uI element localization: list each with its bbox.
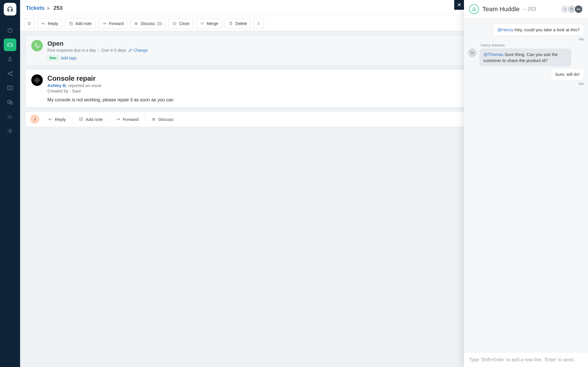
app-logo[interactable] [4,3,16,16]
current-user-avatar: J [30,115,39,124]
svg-point-15 [258,24,259,25]
ticket-body: My console is not working, please repair… [47,97,519,103]
huddle-message: @Henry Hey, could you take a look at thi… [468,24,584,41]
target-icon [31,74,43,86]
created-by: Created by : Saul [47,88,101,93]
breadcrumb-root[interactable]: Tickets [26,5,45,11]
svg-point-16 [35,78,39,82]
reply-bar: J Reply Add note Forward Discuss [25,111,525,127]
add-note-button[interactable]: Add note [65,18,95,29]
svg-rect-18 [80,118,82,121]
ticket-title: Console repair [47,74,101,82]
nav-dashboard[interactable] [4,24,16,37]
huddle-header: Team Huddle – 253 J H ••• [464,0,588,18]
huddle-input[interactable] [469,357,583,362]
nav-solutions[interactable] [4,82,16,94]
breadcrumb-id: 253 [53,5,63,11]
nav-contacts[interactable] [4,53,16,65]
svg-point-19 [152,118,154,119]
svg-point-10 [135,22,136,24]
tag-new: New [47,55,59,61]
svg-point-13 [258,22,259,23]
nav-settings[interactable] [4,125,16,137]
huddle-message: Henry Mathew H @Thomas Sure thing. Can y… [468,43,584,66]
star-button[interactable] [24,18,34,29]
svg-point-21 [473,7,475,9]
more-button[interactable] [254,18,264,29]
nav-chat[interactable] [4,96,16,109]
change-due-link[interactable]: Change [128,48,148,53]
svg-rect-9 [69,22,72,25]
huddle-messages: @Henry Hey, could you take a look at thi… [464,18,588,352]
ticket-status-card: Open First response due in a day | Due i… [25,35,525,65]
svg-point-5 [11,75,12,76]
close-huddle-button[interactable]: ✕ [454,0,464,10]
huddle-message: Sure, will do! Me [468,68,584,86]
resolution-due: Due in 5 days [102,48,126,53]
svg-point-22 [472,9,474,11]
svg-point-11 [136,22,137,24]
ticket-status-title: Open [47,40,148,47]
reply-button[interactable]: Reply [37,18,62,29]
reporter-link[interactable]: Ashley B. [47,83,67,88]
merge-button[interactable]: Merge [196,18,222,29]
svg-point-4 [11,72,12,73]
replybar-forward[interactable]: Forward [112,115,142,123]
first-response-due: First response due in a day [47,48,96,53]
nav-reports[interactable] [4,110,16,123]
nav-tickets[interactable] [4,38,16,51]
phone-icon [31,40,43,51]
svg-point-20 [154,118,155,119]
svg-point-8 [9,130,11,132]
ticket-thread: Open First response due in a day | Due i… [20,31,531,367]
close-button[interactable]: Close [169,18,193,29]
huddle-icon [469,4,479,14]
team-huddle-panel: Team Huddle – 253 J H ••• @Henry Hey, co… [464,0,588,367]
sender-avatar: H [468,49,477,57]
add-tags-link[interactable]: Add tags [61,56,77,60]
chevron-right-icon: ▶ [47,6,51,10]
svg-point-3 [8,73,9,74]
nav-rail [0,0,20,367]
forward-button[interactable]: Forward [98,18,127,29]
participant-more[interactable]: ••• [574,5,583,13]
ticket-card: Console repair Ashley B. reported an iss… [25,69,525,107]
svg-point-2 [9,57,11,59]
huddle-subtitle: – 253 [523,6,536,12]
delete-button[interactable]: Delete [225,18,251,29]
discuss-button[interactable]: Discuss(3) [130,18,166,29]
huddle-title: Team Huddle [482,5,520,13]
huddle-participants[interactable]: J H ••• [562,5,583,13]
replybar-reply[interactable]: Reply [44,115,70,123]
svg-point-14 [258,23,259,24]
replybar-discuss[interactable]: Discuss [147,115,177,123]
reporter-suffix: reported an issue [68,83,102,88]
svg-point-23 [475,9,476,11]
huddle-input-area [464,352,588,367]
svg-point-17 [36,79,38,81]
nav-social[interactable] [4,67,16,80]
replybar-add-note[interactable]: Add note [75,115,107,123]
